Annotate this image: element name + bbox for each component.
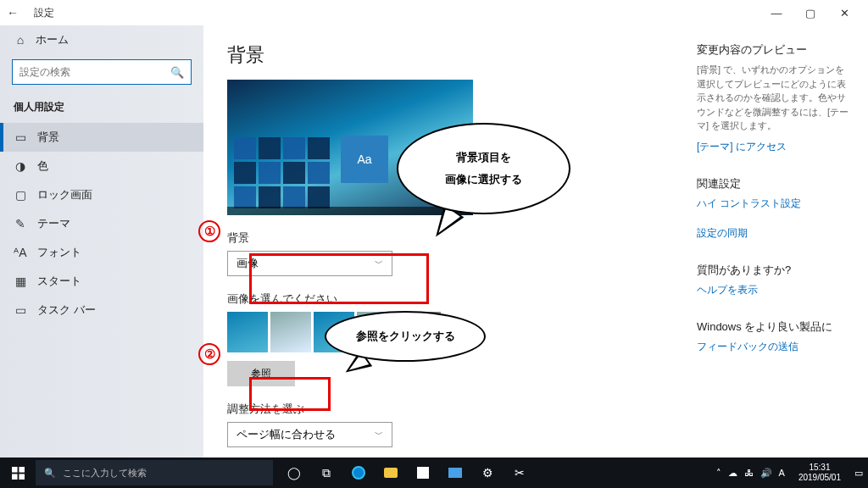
minimize-button[interactable]: — [760,7,793,19]
thumb-1[interactable] [227,312,268,352]
store-icon[interactable] [407,458,439,488]
search-icon: 🔍 [170,66,184,79]
home-icon: ⌂ [14,33,27,47]
thumb-3[interactable] [314,312,354,352]
preview-tile-aa: Aa [341,136,388,183]
settings-app-icon[interactable]: ⚙ [471,458,504,488]
theme-access-link[interactable]: [テーマ] にアクセス [697,140,851,154]
home-link[interactable]: ⌂ ホーム [0,25,203,54]
network-icon[interactable]: 🖧 [744,468,754,478]
nav-fonts[interactable]: ᴬA フォント [0,238,203,267]
taskbar: 🔍 ここに入力して検索 ◯ ⧉ ⚙ ✂ ˄ ☁ 🖧 🔊 A 15:31 2019… [0,458,868,488]
preview-heading: 変更内容のプレビュー [697,42,851,58]
snipping-icon[interactable]: ✂ [504,458,536,488]
taskbar-icon: ▭ [14,303,27,317]
home-label: ホーム [36,32,69,47]
right-column: 変更内容のプレビュー [背景] で、いずれかのオプションを選択してプレビューにど… [690,42,851,458]
action-center-icon[interactable]: ▭ [854,468,863,479]
background-value: 画像 [236,256,375,271]
mail-icon[interactable] [439,458,471,488]
nav-label: フォント [37,245,81,260]
background-label: 背景 [227,230,690,246]
high-contrast-link[interactable]: ハイ コントラスト設定 [697,197,851,211]
fit-dropdown[interactable]: ページ幅に合わせる ﹀ [227,422,392,447]
choose-image-label: 画像を選んでください [227,291,690,307]
svg-rect-2 [12,474,18,480]
main-content: 背景 Aa 背景 画像 ﹀ 画像を選んでください [227,42,690,458]
image-thumbnails [227,312,690,352]
nav-background[interactable]: ▭ 背景 [0,123,203,152]
onedrive-icon[interactable]: ☁ [728,468,737,479]
taskbar-search-placeholder: ここに入力して検索 [63,467,147,480]
chevron-down-icon: ﹀ [375,429,383,441]
edge-icon[interactable] [342,458,375,488]
nav-themes[interactable]: ✎ テーマ [0,209,203,238]
section-heading: 個人用設定 [0,97,203,123]
theme-icon: ✎ [14,217,27,230]
feedback-heading: Windows をより良い製品に [697,319,851,335]
taskbar-clock[interactable]: 15:31 2019/05/01 [792,463,848,483]
nav-label: スタート [37,274,81,289]
nav-colors[interactable]: ◑ 色 [0,152,203,180]
fit-label: 調整方法を選ぶ [227,402,690,417]
desktop-preview: Aa [227,80,473,215]
nav-lockscreen[interactable]: ▢ ロック画面 [0,180,203,209]
tray-overflow-icon[interactable]: ˄ [716,468,721,479]
bubble-tail-2 [340,350,372,381]
help-link[interactable]: ヘルプを表示 [697,283,851,297]
thumb-5[interactable] [400,312,441,352]
nav-label: テーマ [37,216,70,231]
window-title: 設定 [34,6,54,20]
start-button[interactable] [0,458,36,488]
cortana-icon[interactable]: ◯ [278,458,310,488]
related-heading: 関連設定 [697,176,851,191]
palette-icon: ◑ [14,159,27,173]
nav-label: 背景 [37,130,59,145]
question-heading: 質問がありますか? [697,263,851,278]
browse-button[interactable]: 参照 [227,361,295,386]
nav-label: タスク バー [37,302,96,318]
settings-search-input[interactable] [19,66,170,78]
thumb-2[interactable] [270,312,311,352]
back-button[interactable]: ← [7,6,27,19]
nav-label: ロック画面 [37,187,92,202]
nav-start[interactable]: ▦ スタート [0,267,203,296]
sync-settings-link[interactable]: 設定の同期 [697,226,851,241]
nav-label: 色 [37,158,48,174]
font-icon: ᴬA [14,246,27,259]
volume-icon[interactable]: 🔊 [760,468,772,479]
lockscreen-icon: ▢ [14,188,27,202]
explorer-icon[interactable] [375,458,407,488]
svg-rect-3 [19,474,25,480]
svg-rect-1 [19,467,25,473]
preview-desc: [背景] で、いずれかのオプションを選択してプレビューにどのように表示されるのか… [697,63,851,133]
nav-taskbar[interactable]: ▭ タスク バー [0,296,203,324]
system-tray[interactable]: ˄ ☁ 🖧 🔊 A 15:31 2019/05/01 ▭ [711,463,868,483]
ime-icon[interactable]: A [779,468,785,478]
sidebar: ⌂ ホーム 🔍 個人用設定 ▭ 背景 ◑ 色 ▢ ロック画面 ✎ テ [0,25,203,458]
task-view-icon[interactable]: ⧉ [310,458,342,488]
settings-search[interactable]: 🔍 [12,59,192,85]
fit-value: ページ幅に合わせる [236,427,375,442]
thumb-4[interactable] [357,312,398,352]
maximize-button[interactable]: ▢ [793,7,827,19]
background-dropdown[interactable]: 画像 ﹀ [227,251,392,276]
taskbar-search[interactable]: 🔍 ここに入力して検索 [36,460,273,485]
chevron-down-icon: ﹀ [375,258,383,269]
page-title: 背景 [227,42,690,68]
feedback-link[interactable]: フィードバックの送信 [697,340,851,354]
picture-icon: ▭ [14,130,27,144]
close-button[interactable]: ✕ [827,7,861,19]
search-icon: 🔍 [44,468,56,479]
svg-rect-0 [12,467,18,473]
start-icon: ▦ [14,274,27,288]
